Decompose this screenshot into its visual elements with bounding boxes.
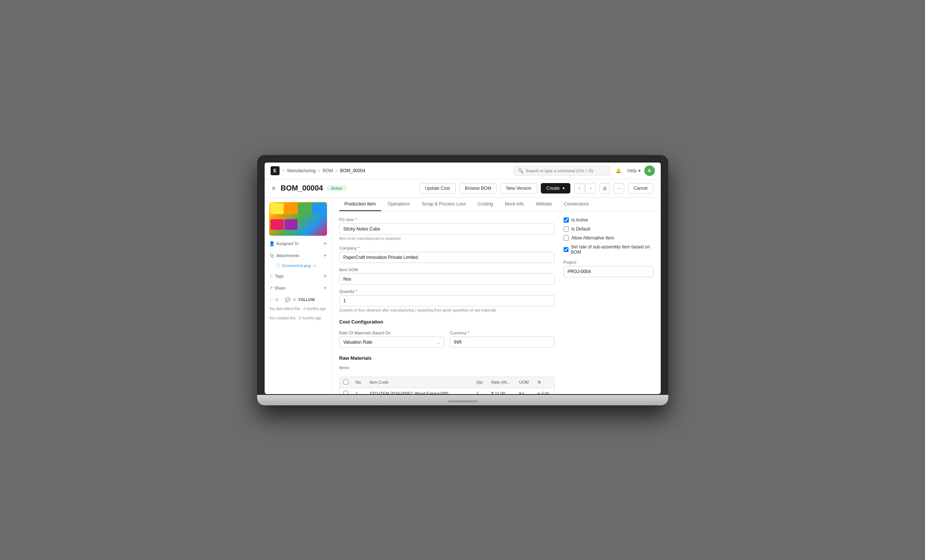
quantity-group: Quantity * Quantity of item obtained aft… (339, 289, 554, 313)
assigned-to-label: Assigned To (277, 241, 299, 246)
row-1-item-code: STO-ITEM-2024-00067: Wood Extract-PIPL (366, 388, 473, 394)
topnav: E > Manufacturing > BOM > BOM_00004 🔍 🔔 (265, 163, 661, 179)
attachment-remove[interactable]: ✕ (313, 264, 316, 268)
raw-materials-table: No. Item Code Qty Rate (IN... UOM ⚙ (339, 376, 554, 394)
is-active-group: Is Active (563, 217, 653, 223)
attachment-file: 📄 Screenshot.png ✕ (269, 263, 327, 268)
col-check (340, 377, 352, 388)
item-uom-input[interactable] (339, 274, 554, 285)
comments-count: 0 (294, 297, 295, 302)
tags-section: ☆ Tags + (269, 272, 327, 280)
form-tabs: Production Item Operations Scrap & Proce… (332, 198, 661, 211)
quantity-input[interactable] (339, 295, 554, 306)
search-icon: 🔍 (518, 168, 524, 173)
share-icon: ↗ (269, 285, 273, 291)
allow-alt-group: Allow Alternative Item (563, 235, 653, 241)
share-label: Share (275, 286, 286, 290)
cancel-button[interactable]: Cancel (628, 183, 653, 194)
tab-more-info[interactable]: More Info (500, 198, 529, 211)
user-avatar[interactable]: A (644, 166, 655, 176)
more-options-button[interactable]: ··· (614, 183, 624, 194)
is-default-label: Is Default (571, 226, 591, 232)
toolbar: ≡ BOM_00004 Active Update Cost Browse BO… (265, 179, 661, 198)
project-group: Project (563, 260, 653, 277)
assigned-to-section: 👤 Assigned To + (269, 239, 327, 248)
tab-website[interactable]: Website (531, 198, 557, 211)
col-settings[interactable]: ⚙ (534, 377, 554, 388)
allow-alt-checkbox[interactable] (563, 235, 569, 241)
company-group: Company * (339, 246, 554, 263)
col-rate: Rate (IN... (487, 377, 515, 388)
breadcrumb-manufacturing[interactable]: Manufacturing (288, 168, 316, 173)
browse-bom-button[interactable]: Browse BOM (459, 183, 497, 194)
project-label: Project (563, 260, 653, 265)
fg-item-input[interactable] (339, 223, 554, 235)
create-button[interactable]: Create ▾ (541, 183, 570, 194)
tags-add[interactable]: + (323, 273, 327, 280)
rate-materials-select[interactable]: Valuation Rate (339, 337, 444, 348)
row-1-qty: 1 (472, 388, 487, 394)
allow-alt-label: Allow Alternative Item (571, 235, 615, 241)
cost-config-title: Cost Configuration (339, 318, 554, 325)
row-1-checkbox[interactable] (343, 391, 348, 394)
company-input[interactable] (339, 252, 554, 263)
help-button[interactable]: Help ▾ (628, 168, 640, 173)
search-input[interactable] (526, 169, 606, 173)
rate-materials-select-wrap: Valuation Rate (339, 337, 444, 348)
row-1-rate: ₹ 11.00 (487, 388, 515, 394)
rate-materials-group: Rate Of Materials Based On Valuation Rat… (339, 331, 444, 348)
assigned-to-add[interactable]: + (323, 240, 327, 247)
search-bar[interactable]: 🔍 (513, 166, 610, 176)
notification-icon[interactable]: 🔔 (613, 166, 624, 176)
share-add[interactable]: + (323, 285, 327, 291)
attachment-filename[interactable]: Screenshot.png (282, 263, 311, 268)
update-cost-button[interactable]: Update Cost (419, 183, 456, 194)
company-label: Company * (339, 246, 554, 250)
breadcrumb-current: BOM_00004 (340, 168, 365, 173)
prev-button[interactable]: ‹ (574, 183, 585, 194)
tab-operations[interactable]: Operations (383, 198, 415, 211)
share-section: ↗ Share + (269, 284, 327, 292)
set-rate-checkbox[interactable] (563, 247, 568, 252)
row-1-no: 1 (352, 388, 366, 394)
print-button[interactable]: 🖨 (600, 183, 610, 194)
next-button[interactable]: › (585, 183, 596, 194)
app-logo: E (271, 166, 280, 175)
new-version-button[interactable]: New Version (500, 183, 537, 194)
breadcrumb-bom[interactable]: BOM (323, 168, 333, 173)
col-no: No. (352, 377, 366, 388)
col-uom: UOM (515, 377, 534, 388)
rate-materials-label: Rate Of Materials Based On (339, 331, 444, 335)
item-uom-label: Item UOM (339, 268, 554, 272)
col-item-code: Item Code (366, 377, 473, 388)
select-all-checkbox[interactable] (343, 379, 348, 384)
cost-config-row: Rate Of Materials Based On Valuation Rat… (339, 331, 554, 348)
menu-icon[interactable]: ≡ (272, 185, 276, 192)
activity-edit: You last edited this · 2 months ago (269, 306, 327, 312)
sidebar: 👤 Assigned To + 📎 Attachments + 📄 (265, 198, 332, 394)
currency-input[interactable] (450, 337, 554, 348)
assigned-icon: 👤 (269, 241, 275, 246)
currency-group: Currency * (450, 331, 554, 348)
is-active-label: Is Active (571, 217, 588, 223)
page-title: BOM_00004 (281, 184, 323, 193)
fg-item-group: FG Item * Item to be manufactured or rep… (339, 217, 554, 241)
table-row: 1 STO-ITEM-2024-00067: Wood Extract-PIPL… (340, 388, 554, 394)
tab-production-item[interactable]: Production Item (339, 198, 381, 211)
tab-connections[interactable]: Connections (559, 198, 594, 211)
tags-label: Tags (275, 274, 284, 278)
product-image (269, 202, 327, 236)
attachments-add[interactable]: + (323, 252, 327, 259)
col-qty: Qty (472, 377, 487, 388)
items-label: Items (339, 365, 554, 370)
raw-materials-title: Raw Materials (339, 354, 554, 361)
is-active-checkbox[interactable] (563, 217, 569, 223)
row-1-edit[interactable]: ✏ Edit (538, 391, 550, 394)
is-default-checkbox[interactable] (563, 226, 569, 232)
activity-create: You created this · 2 months ago (269, 315, 327, 321)
follow-button[interactable]: FOLLOW (298, 298, 315, 302)
likes-count: 0 (276, 297, 278, 302)
tab-costing[interactable]: Costing (472, 198, 498, 211)
project-input[interactable] (563, 266, 653, 277)
tab-scrap[interactable]: Scrap & Process Loss (416, 198, 471, 211)
